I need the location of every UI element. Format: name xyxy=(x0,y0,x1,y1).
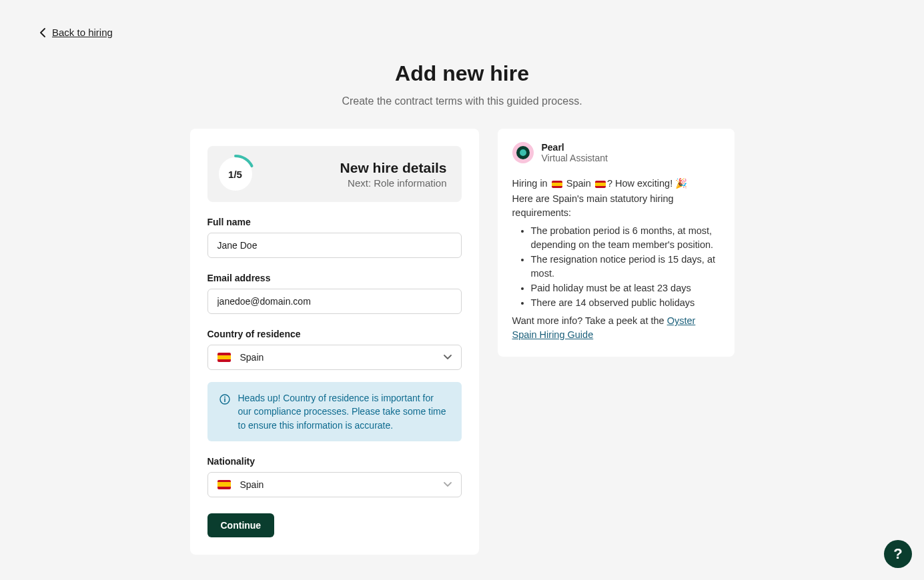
spain-flag-icon xyxy=(595,181,606,188)
nationality-select[interactable]: Spain xyxy=(207,472,462,497)
email-input[interactable] xyxy=(207,289,462,314)
spain-flag-icon xyxy=(217,480,231,489)
country-label: Country of residence xyxy=(207,329,462,339)
country-select[interactable]: Spain xyxy=(207,345,462,370)
assistant-header: Pearl Virtual Assistant xyxy=(512,142,720,163)
help-icon: ? xyxy=(893,545,902,563)
spain-flag-icon xyxy=(217,353,231,362)
page-subtitle: Create the contract terms with this guid… xyxy=(0,95,924,107)
chevron-down-icon xyxy=(444,482,452,487)
assistant-card: Pearl Virtual Assistant Hiring in Spain … xyxy=(498,129,735,357)
spain-flag-icon xyxy=(552,181,562,188)
form-card: 1/5 New hire details Next: Role informat… xyxy=(190,129,479,555)
page-title: Add new hire xyxy=(0,60,924,88)
info-icon xyxy=(219,394,230,405)
list-item: Paid holiday must be at least 23 days xyxy=(531,281,720,295)
assistant-name: Pearl xyxy=(542,142,608,153)
page-header: Add new hire Create the contract terms w… xyxy=(0,60,924,108)
chevron-down-icon xyxy=(444,355,452,360)
chevron-left-icon xyxy=(40,28,45,37)
list-item: The resignation notice period is 15 days… xyxy=(531,253,720,281)
assistant-bullet-list: The probation period is 6 months, at mos… xyxy=(512,224,720,310)
info-box: Heads up! Country of residence is import… xyxy=(207,382,462,441)
assistant-body: Hiring in Spain ? How exciting! 🎉 Here a… xyxy=(512,177,720,342)
list-item: There are 14 observed public holidays xyxy=(531,296,720,310)
svg-point-3 xyxy=(224,397,225,398)
full-name-label: Full name xyxy=(207,217,462,227)
step-header: 1/5 New hire details Next: Role informat… xyxy=(207,146,462,202)
step-next-label: Next: Role information xyxy=(265,177,447,189)
back-link[interactable]: Back to hiring xyxy=(0,0,113,38)
assistant-avatar xyxy=(512,142,534,163)
continue-button[interactable]: Continue xyxy=(207,513,275,537)
nationality-label: Nationality xyxy=(207,456,462,467)
back-link-label: Back to hiring xyxy=(52,27,113,38)
assistant-intro-line-1: Hiring in Spain ? How exciting! 🎉 xyxy=(512,177,720,191)
info-message: Heads up! Country of residence is import… xyxy=(238,391,450,432)
full-name-input[interactable] xyxy=(207,233,462,258)
assistant-role: Virtual Assistant xyxy=(542,153,608,163)
list-item: The probation period is 6 months, at mos… xyxy=(531,224,720,252)
assistant-intro-line-2: Here are Spain's main statutory hiring r… xyxy=(512,192,720,220)
country-selected-value: Spain xyxy=(240,352,264,363)
step-progress-text: 1/5 xyxy=(228,169,242,180)
assistant-outro: Want more info? Take a peek at the Oyste… xyxy=(512,314,720,342)
email-label: Email address xyxy=(207,273,462,283)
step-indicator: 1/5 xyxy=(217,155,254,193)
nationality-selected-value: Spain xyxy=(240,479,264,490)
help-button[interactable]: ? xyxy=(884,540,912,568)
step-title: New hire details xyxy=(265,160,447,176)
